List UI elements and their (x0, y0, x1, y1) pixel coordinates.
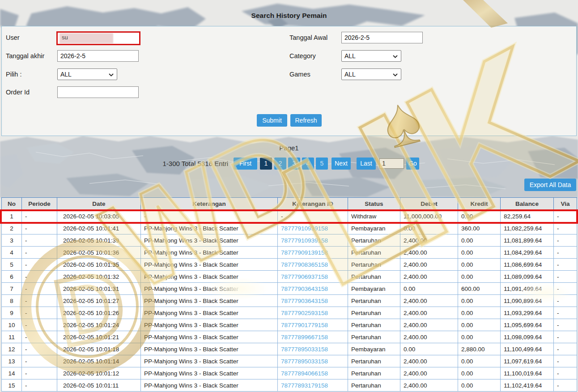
cell-periode: - (22, 379, 57, 392)
order-id-input[interactable] (57, 86, 139, 98)
pilih-label: Pilih : (6, 68, 21, 80)
pilih-select[interactable]: ALL (57, 68, 117, 80)
keterangan-id-link[interactable]: 78777899667158 (281, 334, 328, 341)
cell-balance: 11,097,619.64 (501, 355, 554, 367)
cell-status: Pertaruhan (348, 379, 400, 392)
pagination-page-2[interactable]: 2 (274, 158, 286, 170)
cell-balance: 11,086,699.64 (501, 259, 554, 271)
cell-status: Pembayaran (348, 343, 400, 355)
keterangan-id-link[interactable]: 78777906937158 (281, 273, 328, 280)
cell-no: 9 (2, 307, 22, 319)
keterangan-id-link[interactable]: 78777895033158 (281, 346, 328, 353)
cell-via: - (554, 367, 577, 379)
cell-date: 2026-02-05 10:01:12 (57, 367, 141, 379)
cell-debet: 2,400.00 (400, 355, 458, 367)
cell-kredit: 600.00 (458, 283, 501, 295)
cell-keterangan: PP-Mahjong Wins 3 - Black Scatter (141, 379, 278, 392)
cell-no: 2 (2, 222, 22, 234)
table-row: 10-2026-02-05 10:01:24PP-Mahjong Wins 3 … (2, 319, 577, 331)
keterangan-id-link[interactable]: 78777909139158 (281, 249, 328, 256)
cell-date: 2026-02-05 10:01:39 (57, 234, 141, 247)
cell-via: - (554, 343, 577, 355)
tanggal-akhir-input[interactable]: 2026-2-5 (57, 50, 139, 62)
pagination-next-button[interactable]: Next (332, 158, 351, 170)
cell-date: 2026-02-05 10:01:14 (57, 355, 141, 367)
cell-balance: 11,102,419.64 (501, 379, 554, 392)
cell-debet: 2,400.00 (400, 271, 458, 283)
cell-debet: 0.00 (400, 283, 458, 295)
cell-date: 2026-02-05 10:01:27 (57, 295, 141, 307)
page-title: Search History Pemain (0, 12, 578, 20)
cell-balance: 11,100,019.64 (501, 367, 554, 379)
keterangan-id-link[interactable]: 78777903643158 (281, 285, 328, 292)
table-row: 12-2026-02-05 10:01:18PP-Mahjong Wins 3 … (2, 343, 577, 355)
refresh-button[interactable]: Refresh (290, 114, 322, 127)
cell-keterangan: PP-Mahjong Wins 3 - Black Scatter (141, 247, 278, 259)
cell-kredit: 0.00 (458, 355, 501, 367)
cell-date: 2026-02-05 10:01:35 (57, 259, 141, 271)
col-header-keterangan-id: Keterangan ID (278, 198, 348, 210)
cell-keterangan: PP-Mahjong Wins 3 - Black Scatter (141, 295, 278, 307)
cell-keterangan: PP-Mahjong Wins 3 - Black Scatter (141, 343, 278, 355)
submit-button[interactable]: Submit (257, 114, 287, 127)
keterangan-id-link[interactable]: 78777893179158 (281, 382, 328, 389)
goto-page-input[interactable]: 1 (379, 158, 404, 169)
cell-no: 10 (2, 319, 22, 331)
cell-debet: 2,400.00 (400, 379, 458, 392)
tanggal-awal-input[interactable]: 2026-2-5 (341, 32, 423, 43)
keterangan-id-link[interactable]: 78777903643158 (281, 298, 328, 304)
cell-via: - (554, 271, 577, 283)
col-header-via: Via (554, 198, 577, 210)
cell-no: 3 (2, 234, 22, 247)
cell-no: 7 (2, 283, 22, 295)
cell-balance: 11,098,099.64 (501, 331, 554, 343)
cell-keterangan: PP-Mahjong Wins 3 - Black Scatter (141, 307, 278, 319)
pagination-page-1[interactable]: 1 (260, 158, 272, 170)
user-input[interactable]: su (56, 31, 140, 45)
cell-debet: 2,400.00 (400, 307, 458, 319)
cell-debet: 2,400.00 (400, 319, 458, 331)
cell-debet: 2,400.00 (400, 247, 458, 259)
cell-kredit: 360.00 (458, 222, 501, 234)
cell-balance: 11,090,899.64 (501, 295, 554, 307)
keterangan-id-link[interactable]: 78777895033158 (281, 358, 328, 365)
pagination-page-4[interactable]: 4 (302, 158, 314, 170)
cell-no: 14 (2, 367, 22, 379)
keterangan-id-link[interactable]: 78777910939158 (281, 237, 328, 244)
keterangan-id-link[interactable]: 78777894066158 (281, 370, 328, 377)
cell-status: Pertaruhan (348, 355, 400, 367)
cell-balance: 11,089,099.64 (501, 271, 554, 283)
keterangan-id-link[interactable]: 78777902593158 (281, 310, 328, 316)
tanggal-awal-label: Tanggal Awal (289, 32, 327, 43)
pagination-last-button[interactable]: Last (357, 158, 376, 170)
pagination-first-button[interactable]: First (234, 158, 257, 170)
cell-balance: 11,084,299.64 (501, 247, 554, 259)
cell-keterangan_id: 78777910939158 (278, 222, 348, 234)
cell-debet: 2,400.00 (400, 295, 458, 307)
table-row: 4-2026-02-05 10:01:36PP-Mahjong Wins 3 -… (2, 247, 577, 259)
cell-keterangan_id: 78777910939158 (278, 234, 348, 247)
cell-keterangan_id: 78777903643158 (278, 295, 348, 307)
cell-date: 2026-02-05 10:01:18 (57, 343, 141, 355)
table-row: 9-2026-02-05 10:01:26PP-Mahjong Wins 3 -… (2, 307, 577, 319)
pagination-page-3[interactable]: 3 (288, 158, 300, 170)
cell-keterangan: PP-Mahjong Wins 3 - Black Scatter (141, 259, 278, 271)
keterangan-id-link[interactable]: 78777901779158 (281, 322, 328, 328)
games-select[interactable]: ALL (341, 68, 401, 80)
table-row: 14-2026-02-05 10:01:12PP-Mahjong Wins 3 … (2, 367, 577, 379)
cell-kredit: 0.00 (458, 367, 501, 379)
keterangan-id-link[interactable]: 78777908365158 (281, 261, 328, 268)
cell-via: - (554, 379, 577, 392)
category-select[interactable]: ALL (341, 50, 401, 62)
cell-date: 2026-02-05 10:01:32 (57, 271, 141, 283)
cell-keterangan_id: 78777903643158 (278, 283, 348, 295)
col-header-date: Date (57, 198, 141, 210)
cell-keterangan_id: 78777906937158 (278, 271, 348, 283)
cell-kredit: 0.00 (458, 331, 501, 343)
go-button[interactable]: Go (406, 158, 419, 170)
keterangan-id-link[interactable]: 78777910939158 (281, 225, 328, 232)
pagination-bar: First 1 2 3 4 5 Next Last 1 Go (234, 158, 421, 170)
cell-date: 2026-02-05 10:01:31 (57, 283, 141, 295)
pagination-page-5[interactable]: 5 (316, 158, 328, 170)
export-all-data-button[interactable]: Export All Data (524, 179, 576, 191)
